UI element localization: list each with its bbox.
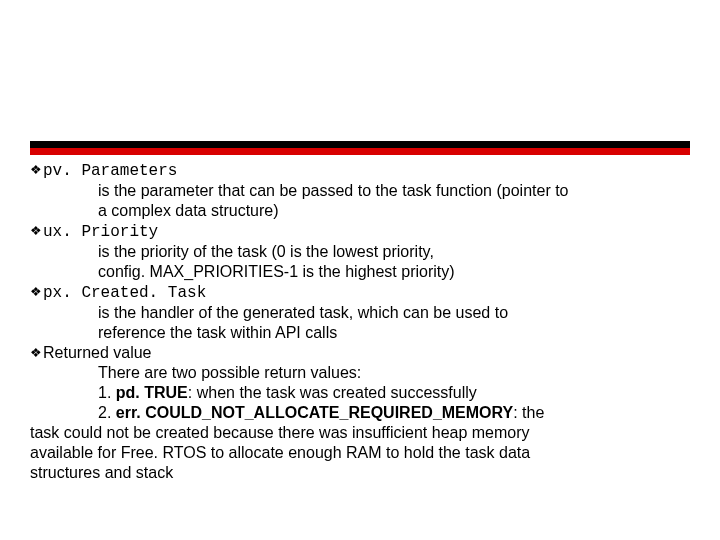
param-ux-priority: ❖ux. Priority: [30, 221, 690, 242]
diamond-icon: ❖: [30, 223, 42, 238]
returned-tail-line: task could not be created because there …: [30, 423, 690, 443]
param-px-created-task: ❖px. Created. Task: [30, 282, 690, 303]
param-name: pv. Parameters: [43, 162, 177, 180]
content-block: ❖pv. Parameters is the parameter that ca…: [30, 160, 690, 483]
returned-intro: There are two possible return values:: [30, 363, 690, 383]
param-desc-line: reference the task within API calls: [30, 323, 690, 343]
returned-tail-line: available for Free. RTOS to allocate eno…: [30, 443, 690, 463]
param-name: ux. Priority: [43, 223, 158, 241]
return-value-true: pd. TRUE: [116, 384, 188, 401]
return-desc: : the: [513, 404, 544, 421]
list-number: 2.: [98, 404, 116, 421]
list-number: 1.: [98, 384, 116, 401]
diamond-icon: ❖: [30, 284, 42, 299]
returned-item-1: 1. pd. TRUE: when the task was created s…: [30, 383, 690, 403]
returned-label: Returned value: [43, 344, 152, 361]
param-name: px. Created. Task: [43, 284, 206, 302]
param-desc-line: is the handler of the generated task, wh…: [30, 303, 690, 323]
divider-black: [30, 141, 690, 148]
diamond-icon: ❖: [30, 162, 42, 177]
return-value-err: err. COULD_NOT_ALLOCATE_REQUIRED_MEMORY: [116, 404, 513, 421]
param-desc-line: is the priority of the task (0 is the lo…: [30, 242, 690, 262]
diamond-icon: ❖: [30, 345, 42, 360]
param-desc-line: is the parameter that can be passed to t…: [30, 181, 690, 201]
returned-tail-line: structures and stack: [30, 463, 690, 483]
returned-item-2: 2. err. COULD_NOT_ALLOCATE_REQUIRED_MEMO…: [30, 403, 690, 423]
returned-value-heading: ❖Returned value: [30, 343, 690, 363]
slide: ❖pv. Parameters is the parameter that ca…: [0, 0, 720, 540]
divider-red: [30, 148, 690, 155]
param-desc-line: config. MAX_PRIORITIES-1 is the highest …: [30, 262, 690, 282]
param-pv-parameters: ❖pv. Parameters: [30, 160, 690, 181]
return-desc: : when the task was created successfully: [188, 384, 477, 401]
param-desc-line: a complex data structure): [30, 201, 690, 221]
